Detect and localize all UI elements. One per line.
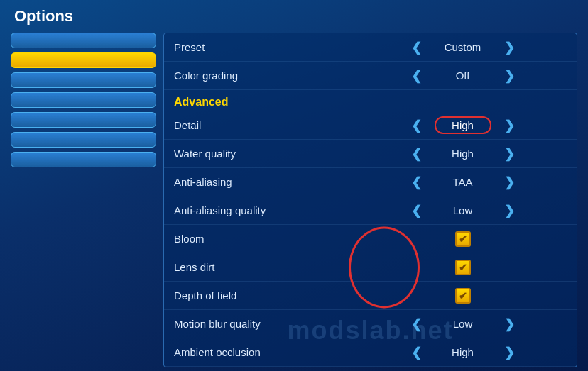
content-panel: Preset ❮ Custom ❯ Color grading ❮ Off ❯ …	[163, 33, 577, 367]
setting-control-preset: ❮ Custom ❯	[359, 38, 567, 57]
setting-row-ambient-occlusion: Ambient occlusion ❮ High ❯	[164, 338, 577, 367]
setting-control-detail: ❮ High ❯	[359, 116, 567, 135]
water-quality-left-arrow[interactable]: ❮	[405, 145, 428, 163]
preset-value: Custom	[435, 41, 491, 53]
setting-label-ambient-occlusion: Ambient occlusion	[174, 346, 359, 358]
preset-right-arrow[interactable]: ❯	[499, 38, 521, 57]
motion-blur-value: Low	[435, 318, 491, 330]
setting-label-motion-blur-quality: Motion blur quality	[174, 318, 359, 330]
depth-of-field-checkbox[interactable]: ✔	[455, 288, 471, 304]
lens-dirt-checkmark: ✔	[459, 262, 467, 273]
anti-aliasing-value: TAA	[435, 176, 491, 188]
anti-aliasing-right-arrow[interactable]: ❯	[499, 173, 521, 192]
sidebar-item-graphics[interactable]	[11, 52, 156, 68]
checkbox-rows-wrapper: Bloom ✔ Lens dirt ✔	[164, 225, 577, 310]
page-title: Options	[11, 7, 577, 26]
motion-blur-left-arrow[interactable]: ❮	[405, 315, 428, 333]
depth-of-field-checkmark: ✔	[459, 290, 467, 301]
setting-row-depth-of-field: Depth of field ✔	[164, 282, 577, 310]
setting-control-lens-dirt: ✔	[359, 260, 567, 275]
setting-row-bloom: Bloom ✔	[164, 225, 577, 253]
detail-right-arrow[interactable]: ❯	[499, 116, 521, 135]
setting-label-anti-aliasing-quality: Anti-aliasing quality	[174, 204, 359, 216]
ambient-occlusion-right-arrow[interactable]: ❯	[499, 343, 521, 362]
setting-row-color-grading: Color grading ❮ Off ❯	[164, 62, 577, 90]
motion-blur-right-arrow[interactable]: ❯	[499, 315, 521, 333]
advanced-section-header: Advanced	[164, 90, 577, 111]
anti-aliasing-quality-right-arrow[interactable]: ❯	[499, 201, 521, 220]
setting-control-bloom: ✔	[359, 231, 567, 247]
setting-row-motion-blur-quality: Motion blur quality ❮ Low ❯	[164, 310, 577, 338]
setting-control-color-grading: ❮ Off ❯	[359, 67, 567, 85]
water-quality-right-arrow[interactable]: ❯	[499, 145, 521, 163]
setting-control-ambient-occlusion: ❮ High ❯	[359, 343, 567, 362]
bloom-checkbox[interactable]: ✔	[455, 231, 471, 247]
color-grading-left-arrow[interactable]: ❮	[405, 67, 428, 85]
detail-value: High	[435, 116, 491, 134]
advanced-label: Advanced	[174, 96, 228, 108]
ambient-occlusion-value: High	[435, 346, 491, 358]
lens-dirt-checkbox[interactable]: ✔	[455, 260, 471, 275]
setting-row-anti-aliasing: Anti-aliasing ❮ TAA ❯	[164, 168, 577, 196]
setting-row-detail: Detail ❮ High ❯	[164, 111, 577, 140]
anti-aliasing-quality-value: Low	[435, 204, 491, 216]
bloom-checkmark: ✔	[459, 233, 467, 245]
sidebar-item-mods[interactable]	[11, 152, 156, 167]
setting-label-bloom: Bloom	[174, 233, 359, 245]
setting-control-depth-of-field: ✔	[359, 288, 567, 304]
setting-control-motion-blur-quality: ❮ Low ❯	[359, 315, 567, 333]
setting-label-detail: Detail	[174, 119, 359, 131]
setting-label-lens-dirt: Lens dirt	[174, 261, 359, 273]
setting-row-anti-aliasing-quality: Anti-aliasing quality ❮ Low ❯	[164, 196, 577, 225]
setting-label-preset: Preset	[174, 41, 359, 53]
sidebar	[11, 33, 156, 367]
sidebar-item-controller[interactable]	[11, 92, 156, 108]
preset-left-arrow[interactable]: ❮	[405, 38, 428, 57]
color-grading-right-arrow[interactable]: ❯	[499, 67, 521, 85]
ambient-occlusion-left-arrow[interactable]: ❮	[405, 343, 428, 362]
setting-row-lens-dirt: Lens dirt ✔	[164, 253, 577, 282]
setting-label-water-quality: Water quality	[174, 148, 359, 160]
setting-label-depth-of-field: Depth of field	[174, 289, 359, 301]
setting-control-water-quality: ❮ High ❯	[359, 145, 567, 163]
anti-aliasing-left-arrow[interactable]: ❮	[405, 173, 428, 192]
sidebar-item-redeem-key[interactable]	[11, 112, 156, 128]
setting-row-preset: Preset ❮ Custom ❯	[164, 33, 577, 62]
sidebar-item-keyboard[interactable]	[11, 72, 156, 88]
color-grading-value: Off	[435, 70, 491, 82]
setting-control-anti-aliasing-quality: ❮ Low ❯	[359, 201, 567, 220]
anti-aliasing-quality-left-arrow[interactable]: ❮	[405, 201, 428, 220]
water-quality-value: High	[435, 148, 491, 160]
sidebar-item-general[interactable]	[11, 33, 156, 48]
sidebar-item-troubleshooting[interactable]	[11, 132, 156, 148]
detail-left-arrow[interactable]: ❮	[405, 116, 428, 135]
setting-row-water-quality: Water quality ❮ High ❯	[164, 140, 577, 168]
setting-control-anti-aliasing: ❮ TAA ❯	[359, 173, 567, 192]
setting-label-anti-aliasing: Anti-aliasing	[174, 176, 359, 188]
setting-label-color-grading: Color grading	[174, 70, 359, 82]
